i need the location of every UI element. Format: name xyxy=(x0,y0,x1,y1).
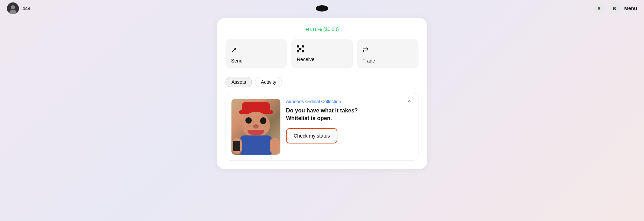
main-card: +0.16% ($0.00) Send Receive Trade Assets… xyxy=(217,18,427,169)
usd-currency-button[interactable]: $ xyxy=(593,3,604,14)
user-info: 444 xyxy=(7,2,30,14)
top-right-controls: $ B Menu xyxy=(593,3,637,14)
tab-assets[interactable]: Assets xyxy=(226,77,252,87)
char-mouth xyxy=(248,130,264,135)
menu-button[interactable]: Menu xyxy=(624,6,637,11)
collection-title: Do you have what it takes? Whitelist is … xyxy=(286,107,413,123)
collection-card: Airheads Ordinal Collection Do you have … xyxy=(226,93,418,161)
send-label: Send xyxy=(231,58,243,64)
top-bar: 444 $ B Menu xyxy=(0,0,644,17)
receive-button[interactable]: Receive xyxy=(291,39,353,68)
receive-label: Receive xyxy=(297,57,315,62)
action-buttons-row: Send Receive Trade xyxy=(226,39,418,68)
collection-name: Airheads Ordinal Collection xyxy=(286,99,413,104)
price-change: +0.16% ($0.00) xyxy=(226,27,418,32)
collection-title-line2: Whitelist is open. xyxy=(286,115,332,121)
char-nose xyxy=(253,124,259,128)
svg-point-1 xyxy=(11,5,15,9)
chevron-up-icon: ⌃ xyxy=(407,99,412,106)
tab-activity[interactable]: Activity xyxy=(255,77,282,87)
char-body xyxy=(240,135,272,155)
trade-arrows-icon xyxy=(363,45,368,54)
avatar[interactable] xyxy=(7,2,19,14)
logo-oval xyxy=(316,5,328,12)
character-illustration xyxy=(235,101,277,155)
collapse-button[interactable]: ⌃ xyxy=(404,97,414,107)
collection-title-line1: Do you have what it takes? xyxy=(286,108,358,113)
btc-currency-button[interactable]: B xyxy=(609,3,620,14)
char-eye-left xyxy=(245,117,252,124)
check-status-button[interactable]: Check my status xyxy=(286,128,337,143)
char-hand-right xyxy=(270,138,280,154)
send-button[interactable]: Send xyxy=(226,39,287,68)
logo-container xyxy=(316,5,328,12)
char-phone xyxy=(233,141,240,151)
char-eye-right xyxy=(260,117,266,124)
trade-label: Trade xyxy=(363,58,375,64)
qr-code-icon xyxy=(297,45,304,52)
tabs-row: Assets Activity xyxy=(226,77,418,87)
collection-image xyxy=(231,99,280,155)
send-arrow-icon xyxy=(231,45,237,54)
trade-button[interactable]: Trade xyxy=(357,39,418,68)
user-name-label: 444 xyxy=(22,6,30,11)
collection-info: Airheads Ordinal Collection Do you have … xyxy=(286,99,413,143)
